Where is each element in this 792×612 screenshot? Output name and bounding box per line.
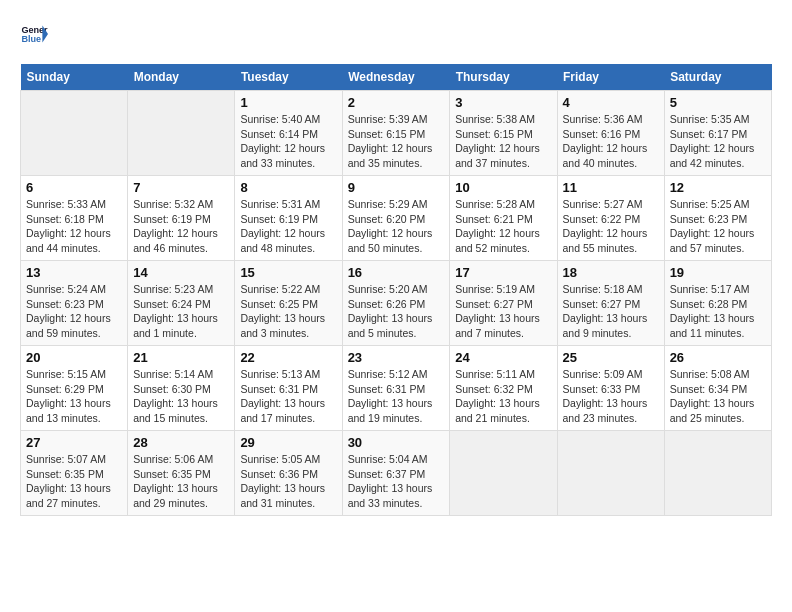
- day-detail: Sunrise: 5:36 AM Sunset: 6:16 PM Dayligh…: [563, 112, 659, 171]
- day-detail: Sunrise: 5:17 AM Sunset: 6:28 PM Dayligh…: [670, 282, 766, 341]
- day-detail: Sunrise: 5:06 AM Sunset: 6:35 PM Dayligh…: [133, 452, 229, 511]
- calendar-cell: [557, 431, 664, 516]
- day-number: 30: [348, 435, 445, 450]
- day-detail: Sunrise: 5:28 AM Sunset: 6:21 PM Dayligh…: [455, 197, 551, 256]
- day-detail: Sunrise: 5:14 AM Sunset: 6:30 PM Dayligh…: [133, 367, 229, 426]
- day-number: 15: [240, 265, 336, 280]
- calendar-cell: 1Sunrise: 5:40 AM Sunset: 6:14 PM Daylig…: [235, 91, 342, 176]
- calendar-cell: [450, 431, 557, 516]
- day-detail: Sunrise: 5:20 AM Sunset: 6:26 PM Dayligh…: [348, 282, 445, 341]
- day-number: 8: [240, 180, 336, 195]
- calendar-week-row: 6Sunrise: 5:33 AM Sunset: 6:18 PM Daylig…: [21, 176, 772, 261]
- day-detail: Sunrise: 5:18 AM Sunset: 6:27 PM Dayligh…: [563, 282, 659, 341]
- calendar-cell: 11Sunrise: 5:27 AM Sunset: 6:22 PM Dayli…: [557, 176, 664, 261]
- weekday-header: Tuesday: [235, 64, 342, 91]
- calendar-cell: 26Sunrise: 5:08 AM Sunset: 6:34 PM Dayli…: [664, 346, 771, 431]
- calendar-week-row: 27Sunrise: 5:07 AM Sunset: 6:35 PM Dayli…: [21, 431, 772, 516]
- calendar-cell: 12Sunrise: 5:25 AM Sunset: 6:23 PM Dayli…: [664, 176, 771, 261]
- calendar-cell: 28Sunrise: 5:06 AM Sunset: 6:35 PM Dayli…: [128, 431, 235, 516]
- day-detail: Sunrise: 5:04 AM Sunset: 6:37 PM Dayligh…: [348, 452, 445, 511]
- calendar-week-row: 1Sunrise: 5:40 AM Sunset: 6:14 PM Daylig…: [21, 91, 772, 176]
- day-detail: Sunrise: 5:09 AM Sunset: 6:33 PM Dayligh…: [563, 367, 659, 426]
- calendar-cell: 23Sunrise: 5:12 AM Sunset: 6:31 PM Dayli…: [342, 346, 450, 431]
- calendar-cell: 24Sunrise: 5:11 AM Sunset: 6:32 PM Dayli…: [450, 346, 557, 431]
- calendar-cell: 6Sunrise: 5:33 AM Sunset: 6:18 PM Daylig…: [21, 176, 128, 261]
- day-detail: Sunrise: 5:13 AM Sunset: 6:31 PM Dayligh…: [240, 367, 336, 426]
- weekday-header: Wednesday: [342, 64, 450, 91]
- calendar-cell: 9Sunrise: 5:29 AM Sunset: 6:20 PM Daylig…: [342, 176, 450, 261]
- day-number: 1: [240, 95, 336, 110]
- day-detail: Sunrise: 5:05 AM Sunset: 6:36 PM Dayligh…: [240, 452, 336, 511]
- day-detail: Sunrise: 5:32 AM Sunset: 6:19 PM Dayligh…: [133, 197, 229, 256]
- day-number: 22: [240, 350, 336, 365]
- day-number: 18: [563, 265, 659, 280]
- day-number: 17: [455, 265, 551, 280]
- day-number: 5: [670, 95, 766, 110]
- day-detail: Sunrise: 5:11 AM Sunset: 6:32 PM Dayligh…: [455, 367, 551, 426]
- calendar-cell: 25Sunrise: 5:09 AM Sunset: 6:33 PM Dayli…: [557, 346, 664, 431]
- calendar-header: SundayMondayTuesdayWednesdayThursdayFrid…: [21, 64, 772, 91]
- day-number: 11: [563, 180, 659, 195]
- day-number: 2: [348, 95, 445, 110]
- day-number: 23: [348, 350, 445, 365]
- calendar-cell: 29Sunrise: 5:05 AM Sunset: 6:36 PM Dayli…: [235, 431, 342, 516]
- day-detail: Sunrise: 5:35 AM Sunset: 6:17 PM Dayligh…: [670, 112, 766, 171]
- calendar-week-row: 20Sunrise: 5:15 AM Sunset: 6:29 PM Dayli…: [21, 346, 772, 431]
- logo: General Blue: [20, 20, 48, 48]
- calendar-cell: 21Sunrise: 5:14 AM Sunset: 6:30 PM Dayli…: [128, 346, 235, 431]
- calendar-table: SundayMondayTuesdayWednesdayThursdayFrid…: [20, 64, 772, 516]
- calendar-cell: [128, 91, 235, 176]
- calendar-cell: 7Sunrise: 5:32 AM Sunset: 6:19 PM Daylig…: [128, 176, 235, 261]
- calendar-cell: 3Sunrise: 5:38 AM Sunset: 6:15 PM Daylig…: [450, 91, 557, 176]
- day-number: 24: [455, 350, 551, 365]
- day-number: 4: [563, 95, 659, 110]
- calendar-cell: 27Sunrise: 5:07 AM Sunset: 6:35 PM Dayli…: [21, 431, 128, 516]
- calendar-cell: 4Sunrise: 5:36 AM Sunset: 6:16 PM Daylig…: [557, 91, 664, 176]
- day-detail: Sunrise: 5:07 AM Sunset: 6:35 PM Dayligh…: [26, 452, 122, 511]
- calendar-cell: 18Sunrise: 5:18 AM Sunset: 6:27 PM Dayli…: [557, 261, 664, 346]
- day-number: 6: [26, 180, 122, 195]
- day-detail: Sunrise: 5:12 AM Sunset: 6:31 PM Dayligh…: [348, 367, 445, 426]
- day-detail: Sunrise: 5:29 AM Sunset: 6:20 PM Dayligh…: [348, 197, 445, 256]
- day-detail: Sunrise: 5:22 AM Sunset: 6:25 PM Dayligh…: [240, 282, 336, 341]
- weekday-header: Sunday: [21, 64, 128, 91]
- calendar-cell: 20Sunrise: 5:15 AM Sunset: 6:29 PM Dayli…: [21, 346, 128, 431]
- calendar-week-row: 13Sunrise: 5:24 AM Sunset: 6:23 PM Dayli…: [21, 261, 772, 346]
- day-number: 3: [455, 95, 551, 110]
- calendar-cell: 16Sunrise: 5:20 AM Sunset: 6:26 PM Dayli…: [342, 261, 450, 346]
- day-number: 7: [133, 180, 229, 195]
- day-detail: Sunrise: 5:23 AM Sunset: 6:24 PM Dayligh…: [133, 282, 229, 341]
- calendar-cell: 15Sunrise: 5:22 AM Sunset: 6:25 PM Dayli…: [235, 261, 342, 346]
- day-number: 26: [670, 350, 766, 365]
- day-number: 28: [133, 435, 229, 450]
- day-number: 21: [133, 350, 229, 365]
- calendar-cell: 10Sunrise: 5:28 AM Sunset: 6:21 PM Dayli…: [450, 176, 557, 261]
- day-detail: Sunrise: 5:39 AM Sunset: 6:15 PM Dayligh…: [348, 112, 445, 171]
- calendar-cell: 19Sunrise: 5:17 AM Sunset: 6:28 PM Dayli…: [664, 261, 771, 346]
- logo-icon: General Blue: [20, 20, 48, 48]
- day-detail: Sunrise: 5:33 AM Sunset: 6:18 PM Dayligh…: [26, 197, 122, 256]
- day-number: 29: [240, 435, 336, 450]
- calendar-cell: [21, 91, 128, 176]
- calendar-cell: [664, 431, 771, 516]
- day-detail: Sunrise: 5:08 AM Sunset: 6:34 PM Dayligh…: [670, 367, 766, 426]
- day-number: 14: [133, 265, 229, 280]
- calendar-cell: 22Sunrise: 5:13 AM Sunset: 6:31 PM Dayli…: [235, 346, 342, 431]
- calendar-cell: 17Sunrise: 5:19 AM Sunset: 6:27 PM Dayli…: [450, 261, 557, 346]
- calendar-cell: 13Sunrise: 5:24 AM Sunset: 6:23 PM Dayli…: [21, 261, 128, 346]
- calendar-body: 1Sunrise: 5:40 AM Sunset: 6:14 PM Daylig…: [21, 91, 772, 516]
- day-detail: Sunrise: 5:27 AM Sunset: 6:22 PM Dayligh…: [563, 197, 659, 256]
- weekday-header: Saturday: [664, 64, 771, 91]
- calendar-cell: 5Sunrise: 5:35 AM Sunset: 6:17 PM Daylig…: [664, 91, 771, 176]
- day-number: 10: [455, 180, 551, 195]
- calendar-cell: 30Sunrise: 5:04 AM Sunset: 6:37 PM Dayli…: [342, 431, 450, 516]
- calendar-cell: 8Sunrise: 5:31 AM Sunset: 6:19 PM Daylig…: [235, 176, 342, 261]
- weekday-header: Thursday: [450, 64, 557, 91]
- day-detail: Sunrise: 5:38 AM Sunset: 6:15 PM Dayligh…: [455, 112, 551, 171]
- day-number: 9: [348, 180, 445, 195]
- calendar-cell: 2Sunrise: 5:39 AM Sunset: 6:15 PM Daylig…: [342, 91, 450, 176]
- day-number: 16: [348, 265, 445, 280]
- day-detail: Sunrise: 5:24 AM Sunset: 6:23 PM Dayligh…: [26, 282, 122, 341]
- day-detail: Sunrise: 5:40 AM Sunset: 6:14 PM Dayligh…: [240, 112, 336, 171]
- day-number: 12: [670, 180, 766, 195]
